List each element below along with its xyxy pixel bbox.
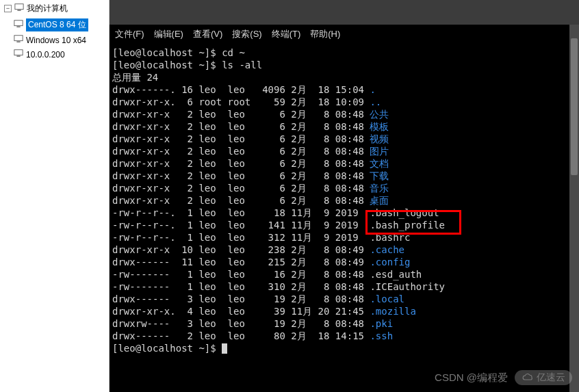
vm-icon [14,34,23,46]
svg-rect-7 [16,56,20,57]
ls-row: drwxrw---- 3 leo leo 19 2月 8 08:48 .pki [112,317,576,330]
ls-row: drwx------ 3 leo leo 19 2月 8 08:48 .loca… [112,293,576,305]
terminal-output[interactable]: [leo@localhost ~]$ cd ~[leo@localhost ~]… [110,44,579,392]
ls-row: drwx------ 2 leo leo 80 2月 18 14:15 .ssh [112,330,576,342]
tree-root-label: 我的计算机 [27,3,68,14]
ls-row: -rw------- 1 leo leo 16 2月 8 08:48 .esd_… [112,268,576,280]
watermark: CSDN @编程爱 亿速云 [435,370,572,385]
watermark-brand: 亿速云 [515,370,572,385]
vm-icon [14,19,23,31]
menu-item[interactable]: 帮助(H) [310,28,340,40]
collapse-icon[interactable]: − [4,5,12,12]
watermark-text: CSDN @编程爱 [435,371,508,384]
ls-row: drwxr-xr-x 2 leo leo 6 2月 8 08:48 下载 [112,170,576,182]
vertical-scrollbar[interactable] [569,25,579,392]
ls-row: -rw-r--r--. 1 leo leo 312 11月 9 2019 .ba… [112,231,576,244]
svg-rect-0 [15,4,23,10]
ls-row: drwxr-xr-x 2 leo leo 6 2月 8 08:48 文档 [112,157,576,170]
ls-row: -rw------- 1 leo leo 310 2月 8 08:48 .ICE… [112,280,576,293]
svg-rect-3 [16,27,20,27]
svg-rect-6 [14,50,23,55]
svg-rect-1 [17,10,21,11]
vm-library-sidebar: − 我的计算机 CentOS 8 64 位Windows 10 x6410.0.… [0,0,110,392]
cursor [222,343,227,354]
ls-row: -rw-r--r--. 1 leo leo 18 11月 9 2019 .bas… [112,207,576,219]
menu-item[interactable]: 搜索(S) [232,28,261,40]
svg-rect-2 [14,21,23,26]
vm-list-item[interactable]: 10.0.0.200 [0,47,109,62]
cloud-icon [522,373,534,382]
ls-row: drwxr-xr-x. 4 leo leo 39 11月 20 21:45 .m… [112,305,576,317]
ls-row: drwxr-xr-x 2 leo leo 6 2月 8 08:48 模板 [112,120,576,133]
menu-item[interactable]: 查看(V) [193,28,222,40]
vm-tab-bar[interactable] [110,0,579,25]
menu-item[interactable]: 文件(F) [115,28,144,40]
ls-row: drwx------ 11 leo leo 215 2月 8 08:49 .co… [112,256,576,268]
menu-item[interactable]: 编辑(E) [154,28,183,40]
ls-row: drwxr-xr-x 2 leo leo 6 2月 8 08:48 图片 [112,145,576,157]
ls-row: drwxr-xr-x 10 leo leo 238 2月 8 08:49 .ca… [112,244,576,256]
computer-icon [14,3,24,14]
svg-rect-5 [16,42,20,42]
ls-row: drwx------. 16 leo leo 4096 2月 18 15:04 … [112,83,576,96]
scrollbar-thumb[interactable] [571,38,578,175]
vm-list-item[interactable]: CentOS 8 64 位 [0,17,109,33]
vm-console-area: 文件(F)编辑(E)查看(V)搜索(S)终端(T)帮助(H) [leo@loca… [110,0,579,392]
svg-rect-4 [14,36,23,41]
vm-item-label: 10.0.0.200 [26,50,65,60]
ls-row: drwxr-xr-x 2 leo leo 6 2月 8 08:48 音乐 [112,182,576,194]
tree-root[interactable]: − 我的计算机 [0,0,109,17]
ls-row: drwxr-xr-x. 6 root root 59 2月 18 10:09 .… [112,96,576,108]
vm-item-label: CentOS 8 64 位 [26,18,88,31]
ls-row: drwxr-xr-x 2 leo leo 6 2月 8 08:48 公共 [112,108,576,120]
vm-item-label: Windows 10 x64 [26,36,86,45]
ls-row: drwxr-xr-x 2 leo leo 6 2月 8 08:48 视频 [112,133,576,145]
ls-row: drwxr-xr-x 2 leo leo 6 2月 8 08:48 桌面 [112,194,576,207]
menu-item[interactable]: 终端(T) [272,28,301,40]
vm-icon [14,49,23,60]
vm-list-item[interactable]: Windows 10 x64 [0,33,109,47]
gnome-terminal-menubar: 文件(F)编辑(E)查看(V)搜索(S)终端(T)帮助(H) [110,25,579,44]
ls-row: -rw-r--r--. 1 leo leo 141 11月 9 2019 .ba… [112,219,576,231]
